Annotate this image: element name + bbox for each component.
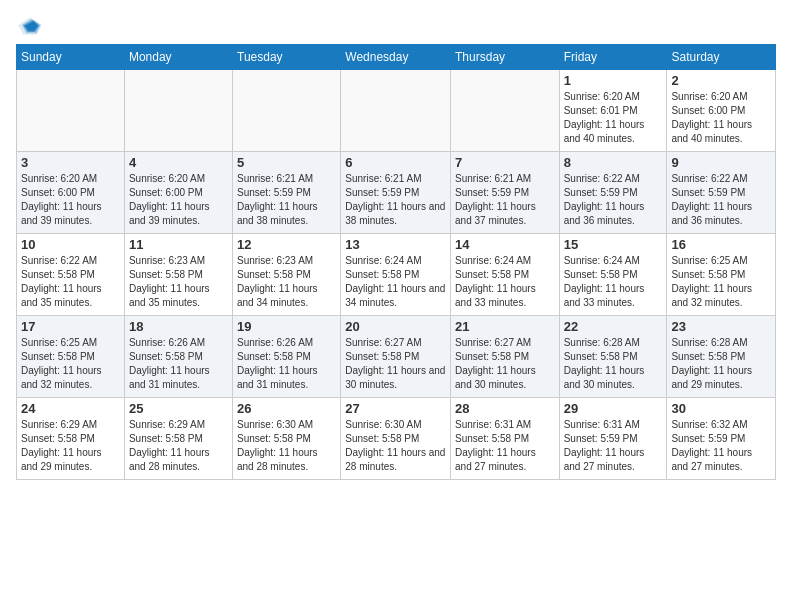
day-number: 3 bbox=[21, 155, 120, 170]
day-number: 8 bbox=[564, 155, 663, 170]
calendar-week-row: 3Sunrise: 6:20 AM Sunset: 6:00 PM Daylig… bbox=[17, 152, 776, 234]
day-number: 17 bbox=[21, 319, 120, 334]
calendar-cell: 3Sunrise: 6:20 AM Sunset: 6:00 PM Daylig… bbox=[17, 152, 125, 234]
day-number: 20 bbox=[345, 319, 446, 334]
day-info: Sunrise: 6:20 AM Sunset: 6:00 PM Dayligh… bbox=[21, 172, 120, 228]
day-number: 22 bbox=[564, 319, 663, 334]
calendar-cell: 22Sunrise: 6:28 AM Sunset: 5:58 PM Dayli… bbox=[559, 316, 667, 398]
day-info: Sunrise: 6:23 AM Sunset: 5:58 PM Dayligh… bbox=[129, 254, 228, 310]
calendar-cell bbox=[124, 70, 232, 152]
day-number: 26 bbox=[237, 401, 336, 416]
calendar-cell: 21Sunrise: 6:27 AM Sunset: 5:58 PM Dayli… bbox=[451, 316, 560, 398]
logo bbox=[16, 16, 48, 36]
day-info: Sunrise: 6:24 AM Sunset: 5:58 PM Dayligh… bbox=[455, 254, 555, 310]
calendar-cell: 14Sunrise: 6:24 AM Sunset: 5:58 PM Dayli… bbox=[451, 234, 560, 316]
calendar: SundayMondayTuesdayWednesdayThursdayFrid… bbox=[16, 44, 776, 480]
calendar-cell: 17Sunrise: 6:25 AM Sunset: 5:58 PM Dayli… bbox=[17, 316, 125, 398]
header bbox=[16, 16, 776, 36]
calendar-cell: 9Sunrise: 6:22 AM Sunset: 5:59 PM Daylig… bbox=[667, 152, 776, 234]
day-of-week-header: Tuesday bbox=[233, 45, 341, 70]
calendar-cell: 12Sunrise: 6:23 AM Sunset: 5:58 PM Dayli… bbox=[233, 234, 341, 316]
day-number: 19 bbox=[237, 319, 336, 334]
day-info: Sunrise: 6:26 AM Sunset: 5:58 PM Dayligh… bbox=[237, 336, 336, 392]
day-info: Sunrise: 6:24 AM Sunset: 5:58 PM Dayligh… bbox=[345, 254, 446, 310]
calendar-cell: 11Sunrise: 6:23 AM Sunset: 5:58 PM Dayli… bbox=[124, 234, 232, 316]
day-number: 11 bbox=[129, 237, 228, 252]
day-number: 9 bbox=[671, 155, 771, 170]
calendar-cell: 4Sunrise: 6:20 AM Sunset: 6:00 PM Daylig… bbox=[124, 152, 232, 234]
day-info: Sunrise: 6:25 AM Sunset: 5:58 PM Dayligh… bbox=[21, 336, 120, 392]
day-number: 10 bbox=[21, 237, 120, 252]
day-info: Sunrise: 6:24 AM Sunset: 5:58 PM Dayligh… bbox=[564, 254, 663, 310]
day-info: Sunrise: 6:29 AM Sunset: 5:58 PM Dayligh… bbox=[21, 418, 120, 474]
day-info: Sunrise: 6:20 AM Sunset: 6:00 PM Dayligh… bbox=[129, 172, 228, 228]
day-number: 12 bbox=[237, 237, 336, 252]
day-number: 13 bbox=[345, 237, 446, 252]
logo-icon bbox=[16, 16, 44, 36]
day-number: 1 bbox=[564, 73, 663, 88]
day-number: 24 bbox=[21, 401, 120, 416]
day-number: 30 bbox=[671, 401, 771, 416]
day-info: Sunrise: 6:25 AM Sunset: 5:58 PM Dayligh… bbox=[671, 254, 771, 310]
day-number: 6 bbox=[345, 155, 446, 170]
day-info: Sunrise: 6:30 AM Sunset: 5:58 PM Dayligh… bbox=[345, 418, 446, 474]
calendar-cell: 18Sunrise: 6:26 AM Sunset: 5:58 PM Dayli… bbox=[124, 316, 232, 398]
day-info: Sunrise: 6:29 AM Sunset: 5:58 PM Dayligh… bbox=[129, 418, 228, 474]
calendar-week-row: 17Sunrise: 6:25 AM Sunset: 5:58 PM Dayli… bbox=[17, 316, 776, 398]
day-info: Sunrise: 6:20 AM Sunset: 6:01 PM Dayligh… bbox=[564, 90, 663, 146]
day-number: 15 bbox=[564, 237, 663, 252]
day-number: 14 bbox=[455, 237, 555, 252]
day-info: Sunrise: 6:32 AM Sunset: 5:59 PM Dayligh… bbox=[671, 418, 771, 474]
calendar-cell: 23Sunrise: 6:28 AM Sunset: 5:58 PM Dayli… bbox=[667, 316, 776, 398]
calendar-cell: 1Sunrise: 6:20 AM Sunset: 6:01 PM Daylig… bbox=[559, 70, 667, 152]
day-of-week-header: Wednesday bbox=[341, 45, 451, 70]
day-number: 16 bbox=[671, 237, 771, 252]
day-number: 25 bbox=[129, 401, 228, 416]
day-info: Sunrise: 6:27 AM Sunset: 5:58 PM Dayligh… bbox=[345, 336, 446, 392]
day-number: 21 bbox=[455, 319, 555, 334]
calendar-week-row: 10Sunrise: 6:22 AM Sunset: 5:58 PM Dayli… bbox=[17, 234, 776, 316]
day-number: 4 bbox=[129, 155, 228, 170]
calendar-cell bbox=[17, 70, 125, 152]
day-number: 27 bbox=[345, 401, 446, 416]
calendar-cell: 19Sunrise: 6:26 AM Sunset: 5:58 PM Dayli… bbox=[233, 316, 341, 398]
calendar-cell: 28Sunrise: 6:31 AM Sunset: 5:58 PM Dayli… bbox=[451, 398, 560, 480]
day-info: Sunrise: 6:21 AM Sunset: 5:59 PM Dayligh… bbox=[455, 172, 555, 228]
calendar-cell bbox=[341, 70, 451, 152]
day-info: Sunrise: 6:21 AM Sunset: 5:59 PM Dayligh… bbox=[237, 172, 336, 228]
day-info: Sunrise: 6:26 AM Sunset: 5:58 PM Dayligh… bbox=[129, 336, 228, 392]
calendar-cell: 10Sunrise: 6:22 AM Sunset: 5:58 PM Dayli… bbox=[17, 234, 125, 316]
calendar-week-row: 24Sunrise: 6:29 AM Sunset: 5:58 PM Dayli… bbox=[17, 398, 776, 480]
day-number: 5 bbox=[237, 155, 336, 170]
day-info: Sunrise: 6:22 AM Sunset: 5:58 PM Dayligh… bbox=[21, 254, 120, 310]
day-of-week-header: Sunday bbox=[17, 45, 125, 70]
day-info: Sunrise: 6:21 AM Sunset: 5:59 PM Dayligh… bbox=[345, 172, 446, 228]
day-info: Sunrise: 6:28 AM Sunset: 5:58 PM Dayligh… bbox=[564, 336, 663, 392]
calendar-cell bbox=[233, 70, 341, 152]
day-info: Sunrise: 6:30 AM Sunset: 5:58 PM Dayligh… bbox=[237, 418, 336, 474]
day-number: 28 bbox=[455, 401, 555, 416]
day-info: Sunrise: 6:22 AM Sunset: 5:59 PM Dayligh… bbox=[564, 172, 663, 228]
calendar-cell bbox=[451, 70, 560, 152]
day-of-week-header: Friday bbox=[559, 45, 667, 70]
calendar-cell: 7Sunrise: 6:21 AM Sunset: 5:59 PM Daylig… bbox=[451, 152, 560, 234]
calendar-header-row: SundayMondayTuesdayWednesdayThursdayFrid… bbox=[17, 45, 776, 70]
calendar-cell: 29Sunrise: 6:31 AM Sunset: 5:59 PM Dayli… bbox=[559, 398, 667, 480]
calendar-cell: 16Sunrise: 6:25 AM Sunset: 5:58 PM Dayli… bbox=[667, 234, 776, 316]
calendar-cell: 8Sunrise: 6:22 AM Sunset: 5:59 PM Daylig… bbox=[559, 152, 667, 234]
calendar-cell: 25Sunrise: 6:29 AM Sunset: 5:58 PM Dayli… bbox=[124, 398, 232, 480]
day-of-week-header: Saturday bbox=[667, 45, 776, 70]
day-info: Sunrise: 6:31 AM Sunset: 5:59 PM Dayligh… bbox=[564, 418, 663, 474]
day-number: 23 bbox=[671, 319, 771, 334]
day-number: 7 bbox=[455, 155, 555, 170]
day-info: Sunrise: 6:20 AM Sunset: 6:00 PM Dayligh… bbox=[671, 90, 771, 146]
day-of-week-header: Thursday bbox=[451, 45, 560, 70]
calendar-cell: 6Sunrise: 6:21 AM Sunset: 5:59 PM Daylig… bbox=[341, 152, 451, 234]
day-number: 29 bbox=[564, 401, 663, 416]
day-info: Sunrise: 6:28 AM Sunset: 5:58 PM Dayligh… bbox=[671, 336, 771, 392]
calendar-cell: 2Sunrise: 6:20 AM Sunset: 6:00 PM Daylig… bbox=[667, 70, 776, 152]
calendar-cell: 27Sunrise: 6:30 AM Sunset: 5:58 PM Dayli… bbox=[341, 398, 451, 480]
day-info: Sunrise: 6:31 AM Sunset: 5:58 PM Dayligh… bbox=[455, 418, 555, 474]
day-info: Sunrise: 6:23 AM Sunset: 5:58 PM Dayligh… bbox=[237, 254, 336, 310]
calendar-cell: 20Sunrise: 6:27 AM Sunset: 5:58 PM Dayli… bbox=[341, 316, 451, 398]
